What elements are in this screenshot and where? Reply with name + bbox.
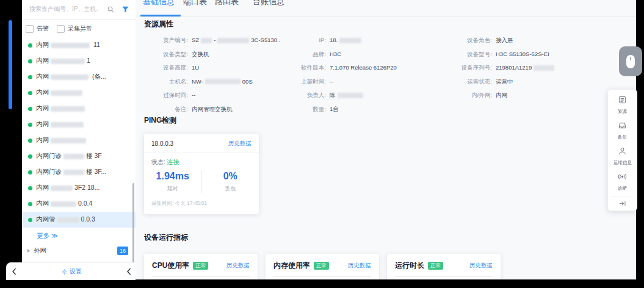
ping-card: 18.0.0.3 历史数据 状态: 连接 1.94ms 延时 0% 丢包 采集时… [144,134,259,214]
attr-label: 内/外网: [447,91,496,99]
resource-list-icon [618,95,627,107]
device-label: 内网 (备... [36,73,106,81]
metric-card: CPU使用率正常历史数据 [144,254,258,279]
settings-link[interactable]: 设置 [16,267,126,276]
toolbar-item-person[interactable]: 运维信息 [608,144,637,170]
attr-row: 运营状态:运营中 [447,77,630,85]
attr-label: IP: [286,36,330,44]
sidebar-group-outer-network[interactable]: 外网 16 [22,242,136,259]
status-badge: 正常 [314,262,329,270]
device-list-item[interactable]: 内网1 [22,53,136,69]
attr-value: 1台 [330,105,339,113]
alarm-checkbox[interactable] [26,25,34,33]
sidebar: 告警 采集异常 内网 11内网1内网 (备...内网内网内网内网内网门诊楼 3F… [22,0,136,279]
attr-value: 1U [192,63,199,71]
latency-value: 1.94ms [144,171,201,182]
ping-ip: 18.0.0.3 [151,140,173,147]
status-dot [28,154,32,159]
collapse-left-icon[interactable] [12,268,16,275]
ping-section-title: PING检测 [144,115,176,126]
tab-basic-info[interactable]: 基础信息 [143,0,175,7]
more-link[interactable]: 更多 ≫ [22,228,136,242]
device-list-item[interactable]: 内网 [22,101,136,117]
status-dot [28,139,32,143]
main-panel: 基础信息 端口表 路由表 台账信息 资源属性 资产编号:SZ-3C-S5130.… [136,0,636,279]
resource-attrs-title: 资源属性 [144,19,173,29]
attr-row: 备注:内网管理交换机 [144,105,284,113]
device-list-item[interactable]: 内网 [22,117,136,132]
redacted-text [217,38,249,43]
attr-label: 负责人: [286,91,330,99]
search-icon[interactable] [107,5,115,13]
attr-row: 软件版本:7.1.070 Release 6126P20 [286,63,442,71]
attr-row: 主机名:NW-00S [144,77,284,85]
ping-status-label: 状态: [151,159,165,165]
status-badge: 正常 [193,262,208,270]
device-list-item[interactable]: 内网0.0.4 [22,196,136,212]
attr-row: 负责人:陈 [286,91,442,99]
device-list-item[interactable]: 内网 [22,85,136,101]
attr-label: 过保时间: [144,91,192,99]
redacted-text [51,106,85,112]
search-input[interactable] [28,5,99,13]
attr-label: 设备类型: [144,50,192,58]
device-list-item[interactable]: 内网 (备... [22,69,136,85]
assistant-mouse-button[interactable] [619,46,642,76]
collect-abnormal-checkbox[interactable] [57,25,65,33]
history-data-link[interactable]: 历史数据 [226,262,250,270]
toolbar-collapse-button[interactable] [608,198,637,209]
attr-row: 设备序列号:219801A1219 [447,63,630,71]
ping-history-link[interactable]: 历史数据 [228,140,251,148]
attr-value: 陈 [330,91,365,99]
metric-cards: CPU使用率正常历史数据内存使用率正常历史数据运行时长正常历史数据 [144,254,501,279]
attr-label: 上架时间: [286,77,330,85]
attr-row: 过保时间:-- [144,91,284,99]
metric-divider [273,276,371,277]
device-label: 内网门诊楼 3F [36,152,102,160]
device-list-item[interactable]: 内网 [22,132,136,148]
device-list-item[interactable]: 内网3F2 18... [22,180,136,196]
device-label: 内网 [36,136,88,145]
alarm-checkbox-label: 告警 [37,24,49,33]
attr-value: 接入层 [496,36,513,44]
mouse-icon [624,54,637,70]
tab-ledger-info[interactable]: 台账信息 [253,0,284,7]
status-dot [28,218,32,222]
device-list-item[interactable]: 内网管0.0.3 [22,212,136,228]
status-dot [28,186,32,190]
toolbar-item-resource-list[interactable]: 资源 [608,93,637,118]
tab-route-table[interactable]: 路由表 [215,0,239,7]
attr-label: 数量: [286,105,330,113]
collapse-sidebar-icon[interactable] [126,268,131,275]
history-data-link[interactable]: 历史数据 [348,262,371,270]
redacted-text [51,185,73,191]
device-label: 内网管0.0.3 [36,215,95,224]
sidebar-bottom-bar: 设置 [6,262,136,280]
tabs-divider [136,16,636,17]
filter-funnel-icon[interactable] [121,5,129,13]
toolbar-item-label: 资源 [618,109,627,115]
toolbar-item-backup[interactable]: 备份 [608,118,637,144]
attr-row: 设备型号:H3C S5130S-52S-EI [447,50,630,58]
app-window: 告警 采集异常 内网 11内网1内网 (备...内网内网内网内网内网门诊楼 3F… [0,0,644,288]
device-list-item[interactable]: 内网门诊楼 3F... [22,164,136,180]
device-list: 内网 11内网1内网 (备...内网内网内网内网内网门诊楼 3F内网门诊楼 3F… [22,35,136,228]
redacted-text [338,93,363,98]
attr-value: -- [192,91,195,99]
device-list-item[interactable]: 内网 11 [22,37,136,53]
left-panel-scrollbar[interactable] [9,20,12,109]
attr-col2: IP:18.品牌:H3C软件版本:7.1.070 Release 6126P20… [286,36,442,118]
attr-row: 上架时间:-- [286,77,442,85]
attr-value: 内网 [496,91,507,99]
expand-arrow-icon [27,249,30,253]
device-label: 内网 11 [36,41,100,49]
device-label: 内网 [36,104,87,113]
history-data-link[interactable]: 历史数据 [469,262,493,270]
device-list-item[interactable]: 内网门诊楼 3F [22,148,136,164]
attr-col1: 资产编号:SZ-3C-S5130..设备类型:交换机设备高度:1U主机名:NW-… [144,36,284,118]
toolbar-item-diagnose[interactable]: 诊断 [608,170,637,195]
diagnose-icon [618,172,627,184]
sidebar-scrollbar[interactable] [132,183,134,262]
attr-row: 设备高度:1U [144,63,284,71]
tab-port-table[interactable]: 端口表 [183,0,207,7]
